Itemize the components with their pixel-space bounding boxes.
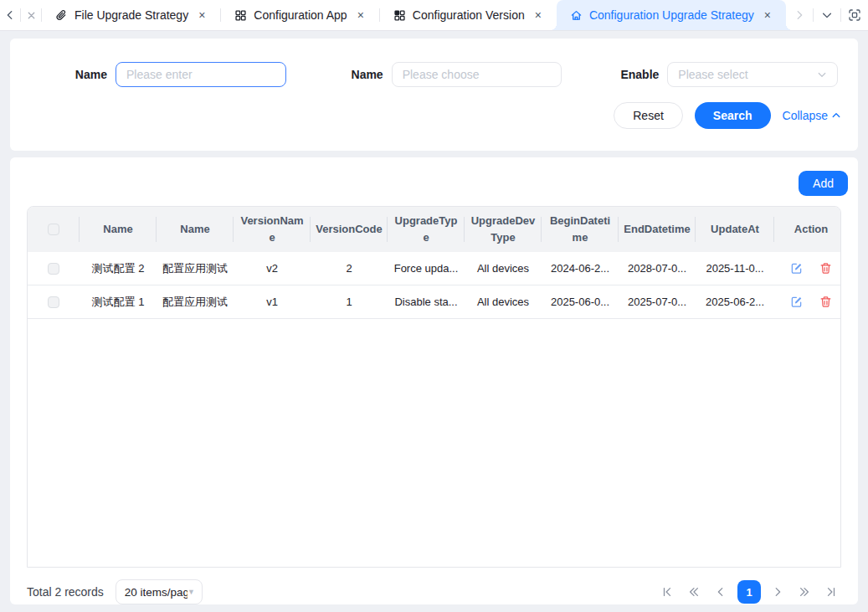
- header-upgrade-type: UpgradeType: [388, 207, 465, 252]
- cell-begin-datetime: 2025-06-0...: [542, 285, 619, 319]
- row-checkbox[interactable]: [48, 263, 59, 275]
- cell-end-datetime: 2028-07-0...: [619, 252, 696, 285]
- last-page-button[interactable]: [821, 580, 841, 604]
- cell-upgrade-dev-type: All devices: [465, 285, 542, 319]
- search-button[interactable]: Search: [695, 102, 771, 129]
- close-all-tabs-button[interactable]: [21, 0, 41, 30]
- cell-name: 测试配置 1: [80, 285, 157, 319]
- table-row: 测试配置 1 配置应用测试 v1 1 Disable sta... All de…: [28, 285, 841, 319]
- app-name-input-placeholder: Please choose: [403, 68, 552, 81]
- table-footer: Total 2 records 20 items/pag ▼: [27, 579, 841, 604]
- page-size-value: 20 items/pag: [125, 586, 187, 599]
- enable-label: Enable: [578, 68, 659, 81]
- tab-configuration-upgrade-strategy[interactable]: Configuration Upgrade Strategy ×: [557, 0, 786, 30]
- trash-icon: [819, 296, 832, 308]
- select-all-checkbox[interactable]: [48, 224, 59, 235]
- cell-upgrade-type: Disable sta...: [388, 285, 465, 319]
- header-end-datetime: EndDatetime: [619, 207, 696, 252]
- first-page-icon: [661, 586, 673, 598]
- field-enable: Enable Please select: [578, 62, 841, 87]
- header-app-name: Name: [157, 207, 234, 252]
- edit-button[interactable]: [788, 294, 804, 310]
- delete-button[interactable]: [818, 294, 834, 310]
- tab-file-upgrade-strategy[interactable]: File Upgrade Strategy ×: [42, 0, 220, 30]
- triangle-down-icon: ▼: [187, 588, 195, 596]
- search-actions: Reset Search Collapse: [27, 102, 841, 129]
- header-select-all: [28, 207, 80, 252]
- first-page-button[interactable]: [657, 580, 677, 604]
- double-chevron-right-icon: [799, 586, 810, 598]
- tab-close-icon[interactable]: ×: [533, 8, 543, 23]
- cell-update-at: 2025-06-2...: [696, 285, 774, 319]
- collapse-toggle[interactable]: Collapse: [783, 109, 841, 122]
- chevron-right-icon: [794, 9, 805, 21]
- collapse-label: Collapse: [783, 109, 828, 122]
- tab-menu-button[interactable]: [814, 0, 840, 30]
- cell-app-name: 配置应用测试: [157, 252, 234, 285]
- cell-upgrade-type: Force upda...: [388, 252, 465, 285]
- tab-configuration-version[interactable]: Configuration Version ×: [380, 0, 557, 30]
- fullscreen-icon: [848, 8, 861, 22]
- fast-prev-button[interactable]: [684, 580, 704, 604]
- delete-button[interactable]: [818, 260, 834, 276]
- row-checkbox[interactable]: [48, 296, 59, 308]
- fast-next-button[interactable]: [794, 580, 814, 604]
- tab-label: Configuration Version: [413, 8, 525, 22]
- chevron-right-icon: [772, 586, 783, 598]
- add-button[interactable]: Add: [799, 171, 848, 196]
- cell-name: 测试配置 2: [80, 252, 157, 285]
- apps-icon: [393, 9, 406, 22]
- paperclip-icon: [55, 9, 68, 22]
- screen: File Upgrade Strategy × Configuration Ap…: [0, 0, 868, 612]
- search-form: Name Please enter Name Please choose Ena…: [27, 62, 841, 87]
- page-body: Name Please enter Name Please choose Ena…: [0, 31, 868, 612]
- tab-close-icon[interactable]: ×: [197, 8, 207, 23]
- cell-version-name: v1: [234, 285, 311, 319]
- total-records: Total 2 records: [27, 585, 104, 599]
- chevron-down-icon: [817, 69, 827, 80]
- table-header-row: Name Name VersionName VersionCode Upgrad…: [28, 207, 841, 252]
- name-label: Name: [27, 68, 107, 81]
- data-table: Name Name VersionName VersionCode Upgrad…: [27, 206, 841, 568]
- search-panel: Name Please enter Name Please choose Ena…: [10, 39, 858, 151]
- reset-button[interactable]: Reset: [614, 102, 683, 129]
- cell-version-code: 1: [311, 285, 388, 319]
- fullscreen-button[interactable]: [841, 0, 868, 30]
- tab-bar: File Upgrade Strategy × Configuration Ap…: [0, 0, 868, 31]
- app-name-input[interactable]: Please choose: [392, 62, 562, 87]
- tab-label: Configuration App: [254, 8, 347, 22]
- table-panel: Add Name: [10, 157, 858, 604]
- double-chevron-left-icon: [688, 586, 700, 598]
- field-name: Name Please enter: [27, 62, 290, 87]
- cell-version-name: v2: [234, 252, 311, 285]
- app-name-label: Name: [303, 68, 383, 81]
- close-icon: [26, 10, 37, 21]
- enable-select[interactable]: Please select: [667, 62, 838, 87]
- nav-back-button[interactable]: [0, 0, 20, 30]
- grid-icon: [234, 9, 247, 22]
- page-size-select[interactable]: 20 items/pag ▼: [116, 579, 203, 604]
- next-page-button[interactable]: [768, 580, 788, 604]
- cell-update-at: 2025-11-0...: [696, 252, 774, 285]
- name-input-placeholder: Please enter: [126, 68, 275, 81]
- tab-close-icon[interactable]: ×: [356, 8, 366, 23]
- tabbar-right-controls: [786, 0, 868, 30]
- header-begin-datetime: BeginDatetime: [542, 207, 619, 252]
- edit-button[interactable]: [788, 260, 804, 276]
- cell-action: [774, 252, 841, 285]
- home-icon: [570, 9, 583, 22]
- page-number-current[interactable]: 1: [737, 580, 761, 604]
- header-version-name: VersionName: [234, 207, 311, 252]
- tab-label: File Upgrade Strategy: [74, 8, 188, 22]
- tab-list: File Upgrade Strategy × Configuration Ap…: [42, 0, 786, 30]
- name-input[interactable]: Please enter: [116, 62, 286, 87]
- cell-app-name: 配置应用测试: [157, 285, 234, 319]
- field-app-name: Name Please choose: [303, 62, 566, 87]
- header-upgrade-dev-type: UpgradeDevType: [465, 207, 542, 252]
- prev-page-button[interactable]: [711, 580, 731, 604]
- last-page-icon: [825, 586, 837, 598]
- trash-icon: [819, 262, 832, 275]
- cell-begin-datetime: 2024-06-2...: [542, 252, 619, 285]
- tab-close-icon[interactable]: ×: [763, 8, 773, 23]
- tab-configuration-app[interactable]: Configuration App ×: [221, 0, 379, 30]
